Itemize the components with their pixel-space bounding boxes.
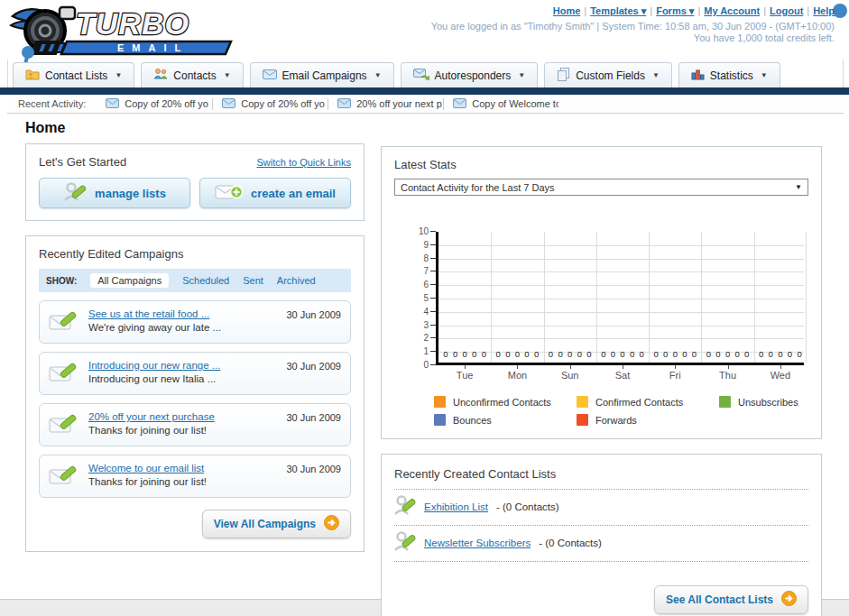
- contact-lists-panel-title: Recently Created Contact Lists: [394, 467, 556, 481]
- campaign-title-link[interactable]: Welcome to our email list: [88, 462, 207, 475]
- filter-sent[interactable]: Sent: [243, 275, 263, 286]
- tab-label: Contacts: [173, 69, 216, 82]
- chart-value-label: 0: [505, 349, 510, 359]
- header-link-templates[interactable]: Templates ▾: [590, 5, 646, 16]
- chart-value-label: 0: [715, 349, 720, 359]
- contact-list-link[interactable]: Newsletter Subscribers: [424, 538, 531, 548]
- stats-period-select[interactable]: Contact Activity for the Last 7 Days ▼: [394, 179, 808, 196]
- bar-chart-icon: [691, 69, 705, 83]
- main-nav: Contact Lists▼ Contacts▼ Email Campaigns…: [7, 61, 844, 87]
- activity-text: 20% off your next p: [356, 98, 442, 109]
- y-axis-tick-label: 4: [411, 307, 429, 317]
- dot-decoration: [833, 4, 847, 18]
- campaigns-panel-title: Recently Edited Campaigns: [39, 247, 351, 261]
- contact-list-count: - (0 Contacts): [496, 501, 559, 512]
- legend-item: Bounces: [434, 414, 577, 426]
- button-label: View All Campaigns: [214, 518, 316, 530]
- tab-contact-lists[interactable]: Contact Lists▼: [13, 62, 134, 87]
- gridline: [806, 232, 807, 363]
- filter-all-campaigns[interactable]: All Campaigns: [90, 273, 169, 288]
- campaign-row[interactable]: Introducing our new range ... Introducin…: [39, 352, 351, 395]
- tab-autoresponders[interactable]: Autoresponders▼: [401, 62, 539, 87]
- tab-custom-fields[interactable]: Custom Fields▼: [544, 62, 672, 87]
- chevron-down-icon: ▼: [795, 183, 802, 191]
- contact-list-row[interactable]: Newsletter Subscribers - (0 Contacts): [394, 526, 808, 562]
- campaign-row[interactable]: Welcome to our email list Thanks for joi…: [39, 455, 351, 498]
- campaign-title-link[interactable]: See us at the retail food ...: [88, 308, 221, 321]
- chevron-down-icon: ▼: [518, 71, 525, 79]
- credits-text: You have 1,000 total credits left.: [431, 32, 835, 44]
- chart-value-label: 0: [601, 349, 605, 359]
- page-title: Home: [25, 120, 65, 136]
- create-email-button[interactable]: create an email: [199, 178, 351, 208]
- legend-swatch: [577, 414, 588, 426]
- tab-statistics[interactable]: Statistics▼: [678, 62, 780, 87]
- chart-value-label: 0: [611, 349, 615, 359]
- campaign-date: 30 Jun 2009: [286, 359, 341, 372]
- header-link-my-account[interactable]: My Account: [704, 5, 760, 16]
- recent-activity-item[interactable]: Copy of Welcome to: [443, 98, 558, 110]
- svg-text:EMAIL: EMAIL: [117, 42, 189, 53]
- y-axis-tick-label: 6: [411, 280, 429, 290]
- tab-email-campaigns[interactable]: Email Campaigns▼: [250, 62, 394, 87]
- chart-value-label: 0: [577, 349, 582, 359]
- filter-scheduled[interactable]: Scheduled: [182, 275, 229, 286]
- contact-list-link[interactable]: Exhibition List: [424, 501, 488, 512]
- chart-value-label: 0: [568, 349, 572, 359]
- header-link-forms[interactable]: Forms ▾: [656, 5, 694, 16]
- campaign-title-link[interactable]: 20% off your next purchase: [88, 410, 215, 424]
- recent-activity-item[interactable]: Copy of 20% off yo: [212, 98, 328, 110]
- recent-activity-item[interactable]: Copy of 20% off yo: [97, 98, 212, 110]
- gridline: [596, 232, 597, 363]
- person-pencil-icon: [63, 181, 87, 206]
- gridline: [438, 271, 804, 272]
- campaign-row[interactable]: 20% off your next purchase Thanks for jo…: [39, 403, 351, 446]
- x-axis-label: Mon: [491, 370, 543, 381]
- contacts-icon: [153, 68, 168, 83]
- select-value: Contact Activity for the Last 7 Days: [401, 182, 555, 193]
- get-started-panel: Let's Get Started Switch to Quick Links …: [25, 143, 365, 221]
- recent-activity-item[interactable]: 20% off your next p: [328, 98, 443, 110]
- y-axis-tick-label: 2: [411, 333, 429, 344]
- campaign-filter-bar: SHOW: All Campaigns Scheduled Sent Archi…: [39, 269, 351, 292]
- y-axis-tick-label: 0: [411, 360, 429, 371]
- view-all-campaigns-button[interactable]: View All Campaigns: [202, 510, 351, 538]
- folder-user-icon: [25, 68, 40, 83]
- separator: |: [807, 5, 809, 16]
- chart-value-label: 0: [769, 349, 773, 359]
- manage-lists-button[interactable]: manage lists: [39, 178, 190, 208]
- get-started-title: Let's Get Started: [39, 155, 126, 169]
- legend-swatch: [434, 414, 446, 426]
- switch-quick-links-link[interactable]: Switch to Quick Links: [256, 157, 351, 168]
- chart-value-label: 0: [534, 349, 539, 359]
- see-all-contact-lists-button[interactable]: See All Contact Lists: [654, 585, 808, 614]
- header-link-help[interactable]: Help: [813, 5, 835, 16]
- chart-value-label: 0: [630, 349, 634, 359]
- y-axis-tick: [430, 325, 436, 326]
- latest-stats-panel: Latest Stats Contact Activity for the La…: [381, 146, 822, 439]
- filter-archived[interactable]: Archived: [277, 275, 316, 286]
- contact-list-row[interactable]: Exhibition List - (0 Contacts): [394, 490, 808, 526]
- x-axis-tick: [570, 365, 571, 369]
- gridline: [649, 232, 650, 363]
- chart-value-label: 0: [453, 349, 457, 359]
- x-axis-label: Thu: [701, 370, 753, 381]
- chart-value-label: 0: [706, 349, 711, 359]
- gridline: [438, 312, 804, 313]
- campaign-title-link[interactable]: Introducing our new range ...: [88, 359, 220, 372]
- x-axis-tick: [780, 365, 781, 369]
- envelope-icon: [453, 98, 466, 110]
- separator: |: [584, 5, 586, 16]
- header-link-home[interactable]: Home: [553, 5, 581, 16]
- campaign-row[interactable]: See us at the retail food ... We're givi…: [39, 300, 351, 344]
- legend-item: Unconfirmed Contacts: [434, 396, 577, 408]
- header-link-logout[interactable]: Logout: [770, 5, 803, 16]
- arrow-circle-icon: [781, 591, 797, 609]
- tab-contacts[interactable]: Contacts▼: [141, 62, 243, 87]
- y-axis-tick: [430, 337, 436, 338]
- chart-value-label: 0: [549, 349, 553, 359]
- chevron-down-icon: ▼: [761, 71, 768, 79]
- x-axis-label: Wed: [754, 370, 807, 381]
- activity-text: Copy of 20% off yo: [241, 98, 325, 109]
- chart-value-label: 0: [524, 349, 529, 359]
